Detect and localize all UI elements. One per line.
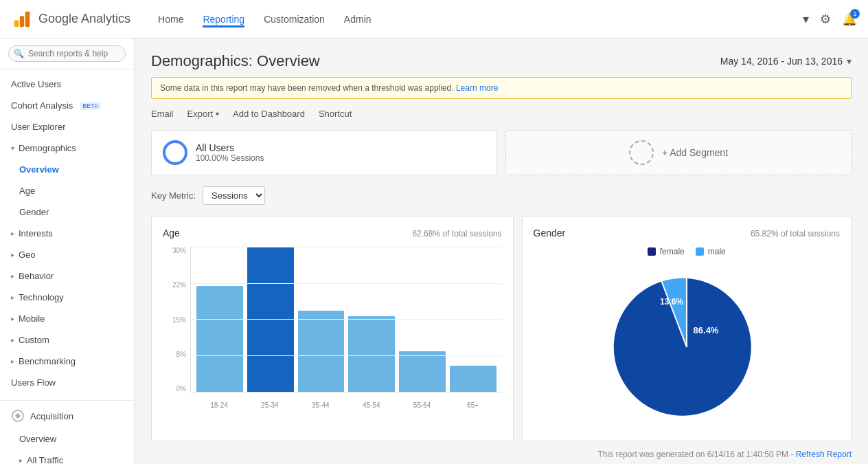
benchmarking-label: Benchmarking: [19, 356, 76, 366]
x-label-25-34: 25-34: [247, 401, 293, 409]
settings-button[interactable]: ⚙: [820, 12, 831, 27]
search-icon: 🔍: [14, 49, 24, 58]
sidebar-item-benchmarking[interactable]: ▸ Benchmarking: [0, 351, 134, 372]
layout: 🔍 Active Users Cohort Analysis BETA User…: [0, 38, 868, 464]
logo-area: Google Analytics: [11, 8, 130, 30]
pie-chart: 86.4% 13.6%: [604, 265, 769, 430]
bar-45-54: [348, 316, 395, 392]
x-label-65plus: 65+: [450, 401, 496, 409]
mobile-arrow: ▸: [11, 315, 14, 322]
geo-label: Geo: [19, 250, 36, 260]
page-header: Demographics: Overview May 14, 2016 - Ju…: [151, 52, 852, 70]
legend-male: male: [696, 247, 726, 256]
sidebar-item-technology[interactable]: ▸ Technology: [0, 287, 134, 308]
add-segment-ring: [629, 140, 654, 165]
sidebar-item-overview[interactable]: Overview: [0, 159, 134, 180]
behavior-arrow: ▸: [11, 272, 14, 280]
pie-container: 86.4% 13.6%: [534, 265, 841, 430]
y-label-22: 22%: [172, 281, 186, 289]
x-axis: 18-24 25-34 35-44 45-54 55-64 65+: [190, 401, 502, 409]
gender-legend: female male: [534, 247, 841, 256]
chart-area: [190, 247, 502, 393]
nav-home[interactable]: Home: [158, 11, 183, 27]
female-swatch: [648, 247, 656, 256]
bar-group-55-64: [399, 247, 446, 392]
segment-sub: 100.00% Sessions: [196, 153, 486, 163]
acquisition-label: Acquisition: [30, 411, 73, 421]
sidebar-item-gender[interactable]: Gender: [0, 201, 134, 223]
date-range-arrow: ▾: [847, 56, 852, 67]
sidebar-item-active-users[interactable]: Active Users: [0, 74, 134, 95]
sidebar-item-acq-overview[interactable]: Overview: [0, 428, 134, 450]
email-button[interactable]: Email: [151, 109, 174, 119]
bar-18-24: [196, 286, 243, 392]
nav-reporting[interactable]: Reporting: [203, 11, 244, 27]
mobile-label: Mobile: [19, 313, 45, 324]
shortcut-button[interactable]: Shortcut: [319, 109, 352, 119]
sidebar: 🔍 Active Users Cohort Analysis BETA User…: [0, 38, 135, 464]
user-explorer-label: User Explorer: [11, 122, 65, 132]
benchmarking-arrow: ▸: [11, 357, 14, 365]
bar-group-45-54: [348, 247, 395, 392]
segments-row: All Users 100.00% Sessions + Add Segment: [151, 130, 852, 175]
interests-label: Interests: [19, 228, 53, 239]
all-users-segment[interactable]: All Users 100.00% Sessions: [151, 130, 497, 175]
alert-learn-more-link[interactable]: Learn more: [456, 83, 498, 93]
export-label: Export: [187, 109, 214, 119]
users-flow-label: Users Flow: [11, 377, 56, 388]
y-label-15: 15%: [172, 316, 186, 324]
sidebar-item-user-explorer[interactable]: User Explorer: [0, 116, 134, 137]
notif-badge: 1: [850, 9, 860, 19]
segment-name: All Users: [196, 142, 486, 153]
sidebar-item-demographics[interactable]: ▾ Demographics: [0, 137, 134, 159]
export-button[interactable]: Export ▾: [187, 109, 220, 119]
google-analytics-icon: [11, 8, 33, 30]
y-label-0: 0%: [176, 385, 186, 393]
sidebar-audience-section: Active Users Cohort Analysis BETA User E…: [0, 69, 134, 397]
nav-admin[interactable]: Admin: [344, 11, 372, 27]
x-label-18-24: 18-24: [196, 401, 242, 409]
age-chart-title: Age: [163, 228, 180, 239]
age-chart-subtitle: 62.68% of total sessions: [412, 229, 501, 239]
report-footer: This report was generated on 6/14/16 at …: [151, 441, 852, 459]
sidebar-item-behavior[interactable]: ▸ Behavior: [0, 265, 134, 287]
export-arrow: ▾: [216, 110, 219, 118]
add-to-dashboard-button[interactable]: Add to Dashboard: [233, 109, 305, 119]
dropdown-button[interactable]: ▾: [803, 12, 809, 27]
female-legend-label: female: [660, 247, 685, 256]
nav-customization[interactable]: Customization: [264, 11, 325, 27]
sidebar-item-geo[interactable]: ▸ Geo: [0, 244, 134, 265]
bar-group-65plus: [450, 247, 496, 392]
svg-rect-2: [25, 11, 30, 26]
key-metric-row: Key Metric: Sessions: [151, 186, 852, 205]
sidebar-item-users-flow[interactable]: Users Flow: [0, 372, 134, 393]
alert-text: Some data in this report may have been r…: [160, 83, 454, 93]
sidebar-item-mobile[interactable]: ▸ Mobile: [0, 308, 134, 329]
logo-text: Google Analytics: [38, 12, 130, 26]
date-range-picker[interactable]: May 14, 2016 - Jun 13, 2016 ▾: [720, 56, 852, 67]
refresh-report-link[interactable]: Refresh Report: [796, 450, 852, 459]
sidebar-item-interests[interactable]: ▸ Interests: [0, 223, 134, 244]
main-content: Demographics: Overview May 14, 2016 - Ju…: [135, 38, 868, 464]
sidebar-item-all-traffic[interactable]: ▸ All Traffic: [0, 450, 134, 464]
age-label: Age: [19, 186, 35, 196]
add-segment-card[interactable]: + Add Segment: [505, 130, 852, 175]
bar-35-44: [298, 311, 345, 392]
sidebar-item-cohort[interactable]: Cohort Analysis BETA: [0, 95, 134, 116]
charts-row: Age 62.68% of total sessions 30% 22% 15%…: [151, 216, 852, 441]
male-pct-label: 86.4%: [693, 325, 718, 335]
sidebar-acquisition[interactable]: Acquisition: [0, 404, 134, 428]
segment-info: All Users 100.00% Sessions: [196, 142, 486, 163]
sidebar-item-age[interactable]: Age: [0, 180, 134, 201]
overview-label: Overview: [19, 164, 59, 175]
x-label-55-64: 55-64: [399, 401, 446, 409]
nav-right: ▾ ⚙ 🔔 1: [803, 12, 857, 27]
key-metric-select[interactable]: Sessions: [203, 186, 265, 205]
male-legend-label: male: [708, 247, 726, 256]
sidebar-item-custom[interactable]: ▸ Custom: [0, 329, 134, 351]
y-label-8: 8%: [176, 351, 186, 358]
date-range-text: May 14, 2016 - Jun 13, 2016: [720, 56, 843, 67]
male-swatch: [696, 247, 704, 256]
search-input[interactable]: [8, 45, 126, 62]
notifications-button[interactable]: 🔔 1: [842, 12, 857, 27]
